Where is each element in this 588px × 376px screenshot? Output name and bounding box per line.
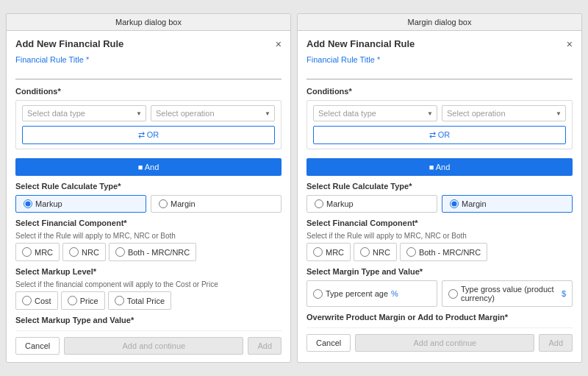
margin-component-sublabel: Select if the Rule will apply to MRC, NR… (306, 232, 573, 240)
markup-action-bar: Cancel Add and continue Add (15, 330, 282, 355)
margin-cancel-button[interactable]: Cancel (306, 334, 351, 352)
margin-or-button[interactable]: ⇄ OR (313, 126, 566, 144)
markup-level-cost-radio[interactable] (22, 296, 32, 305)
markup-type-margin-radio[interactable] (159, 199, 168, 208)
markup-close-button[interactable]: × (276, 39, 282, 49)
markup-level-cost[interactable]: Cost (15, 291, 58, 310)
margin-financial-rule-label: Financial Rule Title * (306, 55, 573, 64)
margin-data-type-wrapper: Select data type (313, 105, 437, 121)
markup-level-total[interactable]: Total Price (108, 291, 171, 310)
margin-rule-type-group: Markup Margin (306, 195, 573, 213)
markup-component-both-radio[interactable] (115, 247, 125, 257)
margin-component-both-radio[interactable] (406, 247, 416, 257)
markup-type-markup-radio[interactable] (24, 199, 32, 208)
margin-conditions-area: Select data type Select operation ⇄ OR (306, 100, 573, 149)
markup-operation-wrapper: Select operation (151, 105, 275, 121)
markup-rule-type-label: Select Rule Calculate Type* (15, 182, 282, 191)
margin-type-gross-radio[interactable] (448, 289, 458, 299)
margin-gross-symbol: $ (562, 289, 566, 298)
markup-component-label: Select Financial Component* (15, 219, 282, 227)
margin-financial-rule-input[interactable] (306, 65, 573, 79)
markup-component-both[interactable]: Both - MRC/NRC (109, 243, 196, 261)
margin-component-nrc-radio[interactable] (360, 247, 370, 257)
markup-type-markup-option[interactable]: Markup (15, 195, 146, 213)
markup-level-price-radio[interactable] (68, 296, 77, 305)
margin-percent-symbol: % (391, 289, 398, 298)
margin-action-bar: Cancel Add and continue Add (306, 327, 573, 352)
markup-level-price[interactable]: Price (61, 291, 105, 310)
margin-close-button[interactable]: × (567, 39, 573, 49)
markup-data-type-wrapper: Select data type (22, 105, 146, 121)
margin-type-margin-option[interactable]: Margin (442, 195, 573, 213)
margin-type-percent-option[interactable]: Type percent age % (306, 280, 437, 307)
margin-type-gross-label: Type gross value (product currency) (461, 285, 559, 302)
margin-rule-type-label: Select Rule Calculate Type* (306, 182, 573, 191)
markup-conditions-label: Conditions* (15, 87, 282, 96)
margin-component-mrc[interactable]: MRC (306, 243, 351, 261)
margin-type-percent-label: Type percent age (326, 289, 388, 298)
markup-type-margin-option[interactable]: Margin (151, 195, 282, 213)
markup-component-mrc[interactable]: MRC (15, 243, 60, 261)
margin-operation-select[interactable]: Select operation (442, 105, 566, 121)
margin-component-label: Select Financial Component* (306, 219, 573, 227)
margin-and-button[interactable]: ■ And (306, 158, 573, 176)
markup-level-group: Cost Price Total Price (15, 291, 282, 310)
margin-add-continue-button[interactable]: Add and continue (355, 334, 534, 352)
markup-level-total-radio[interactable] (115, 296, 124, 305)
margin-type-group: Type percent age % Type gross value (pro… (306, 280, 573, 307)
margin-data-type-select[interactable]: Select data type (313, 105, 437, 121)
margin-type-percent-radio[interactable] (313, 289, 323, 299)
margin-overwrite-label: Overwrite Product Margin or Add to Produ… (306, 313, 573, 322)
margin-component-group: MRC NRC Both - MRC/NRC (306, 243, 573, 261)
margin-operation-wrapper: Select operation (442, 105, 566, 121)
markup-dialog-title: Add New Financial Rule (15, 38, 123, 49)
markup-conditions-area: Select data type Select operation ⇄ OR (15, 100, 282, 149)
markup-type-value-label: Select Markup Type and Value* (15, 316, 282, 324)
markup-add-continue-button[interactable]: Add and continue (64, 337, 243, 355)
margin-type-label: Select Margin Type and Value* (306, 267, 573, 276)
markup-cancel-button[interactable]: Cancel (15, 337, 60, 355)
margin-conditions-label: Conditions* (306, 87, 573, 96)
markup-operation-select[interactable]: Select operation (151, 105, 275, 121)
margin-component-both[interactable]: Both - MRC/NRC (400, 243, 487, 261)
markup-component-mrc-radio[interactable] (22, 247, 32, 257)
markup-add-button[interactable]: Add (248, 337, 282, 355)
markup-component-sublabel: Select if the Rule will apply to MRC, NR… (15, 232, 282, 240)
markup-or-button[interactable]: ⇄ OR (22, 126, 275, 144)
markup-component-group: MRC NRC Both - MRC/NRC (15, 243, 282, 261)
markup-and-button[interactable]: ■ And (15, 158, 282, 176)
markup-financial-rule-label: Financial Rule Title * (15, 55, 282, 64)
margin-dialog-title: Add New Financial Rule (306, 38, 415, 49)
margin-dialog-label: Margin dialog box (298, 14, 581, 31)
markup-dialog: Markup dialog box Add New Financial Rule… (6, 13, 291, 363)
markup-dialog-label: Markup dialog box (7, 14, 290, 31)
margin-add-button[interactable]: Add (539, 334, 573, 352)
markup-level-label: Select Markup Level* (15, 267, 282, 276)
margin-dialog: Margin dialog box Add New Financial Rule… (297, 13, 582, 363)
markup-data-type-select[interactable]: Select data type (22, 105, 146, 121)
margin-component-nrc[interactable]: NRC (354, 243, 397, 261)
margin-type-margin-radio[interactable] (450, 199, 459, 208)
markup-financial-rule-input[interactable] (15, 65, 282, 79)
markup-component-nrc-radio[interactable] (69, 247, 79, 257)
margin-type-markup-radio[interactable] (315, 199, 323, 208)
margin-type-gross-option[interactable]: Type gross value (product currency) $ (442, 280, 573, 307)
markup-rule-type-group: Markup Margin (15, 195, 282, 213)
markup-level-sublabel: Select if the financial component will a… (15, 280, 282, 288)
margin-type-markup-option[interactable]: Markup (306, 195, 437, 213)
markup-component-nrc[interactable]: NRC (62, 243, 106, 261)
margin-component-mrc-radio[interactable] (313, 247, 323, 257)
